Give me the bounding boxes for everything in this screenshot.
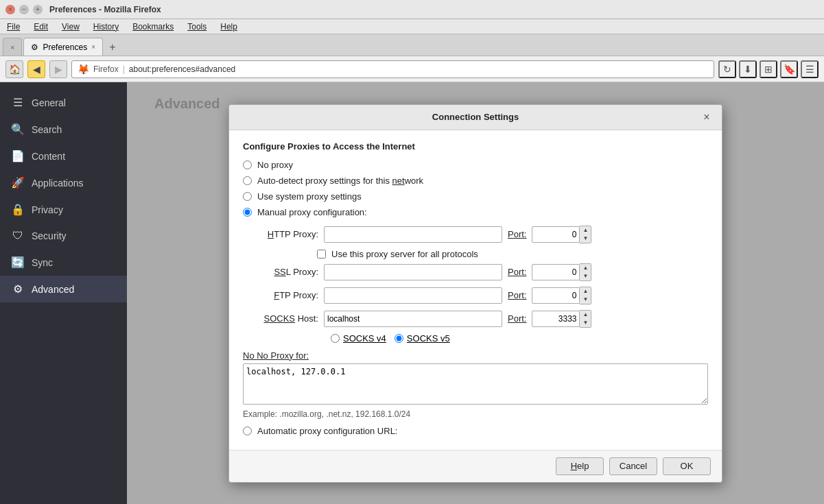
menu-history[interactable]: History (91, 21, 121, 32)
ssl-proxy-input[interactable] (324, 264, 502, 280)
sidebar-item-search[interactable]: 🔍 Search (0, 116, 127, 143)
ftp-proxy-input[interactable] (324, 287, 502, 304)
title-bar-controls: × − + (5, 5, 43, 14)
no-proxy-radio[interactable] (243, 160, 252, 169)
pocket-button[interactable]: 🔖 (780, 60, 798, 78)
sidebar-item-security[interactable]: 🛡 Security (0, 223, 127, 249)
close-window-button[interactable]: × (5, 5, 15, 14)
privacy-icon: 🔒 (11, 203, 25, 216)
dialog-body: Configure Proxies to Access the Internet… (229, 130, 722, 450)
no-proxy-textarea[interactable]: localhost, 127.0.0.1 (243, 363, 708, 405)
tab-blank[interactable]: × (3, 38, 22, 56)
system-proxy-option[interactable]: Use system proxy settings (243, 191, 708, 202)
home-button[interactable]: 🏠 (5, 60, 23, 78)
socks-port-input[interactable] (532, 311, 580, 327)
ssl-port-up[interactable]: ▲ (580, 264, 591, 272)
socks-port-down[interactable]: ▼ (580, 319, 591, 327)
forward-button[interactable]: ▶ (49, 60, 67, 78)
http-port-down[interactable]: ▼ (580, 235, 591, 243)
menu-help[interactable]: Help (217, 21, 240, 32)
no-proxy-example: Example: .mozilla.org, .net.nz, 192.168.… (243, 409, 708, 419)
auto-detect-option[interactable]: Auto-detect proxy settings for this netw… (243, 176, 708, 186)
dialog-footer: Help Cancel OK (229, 450, 722, 482)
http-port-input[interactable] (532, 226, 580, 243)
sidebar-item-general[interactable]: ☰ General (0, 89, 127, 116)
maximize-window-button[interactable]: + (33, 5, 43, 14)
use-for-all-checkbox[interactable] (317, 250, 326, 259)
tab-blank-close[interactable]: × (10, 43, 14, 51)
cancel-button[interactable]: Cancel (609, 457, 657, 475)
socks-v4-option[interactable]: SOCKS v4 (331, 333, 386, 344)
use-for-all-label: Use this proxy server for all protocols (331, 249, 478, 259)
sidebar-item-security-label: Security (32, 230, 67, 241)
menu-file[interactable]: File (4, 21, 23, 32)
ssl-port-label: Port: (508, 267, 526, 277)
connection-settings-dialog: Connection Settings × Configure Proxies … (228, 104, 722, 483)
url-bar[interactable]: 🦊 Firefox | about:preferences#advanced (71, 60, 714, 78)
tab-preferences[interactable]: ⚙ Preferences × (23, 38, 103, 56)
minimize-window-button[interactable]: − (19, 5, 29, 14)
download-button[interactable]: ⬇ (739, 60, 757, 78)
menu-bookmarks[interactable]: Bookmarks (130, 21, 176, 32)
ftp-port-up[interactable]: ▲ (580, 287, 591, 296)
sync-icon: 🔄 (11, 256, 25, 269)
ssl-port-down[interactable]: ▼ (580, 272, 591, 280)
help-button[interactable]: Help (556, 457, 604, 475)
tab-preferences-close[interactable]: × (91, 43, 95, 51)
menu-tools[interactable]: Tools (185, 21, 209, 32)
ftp-port-input[interactable] (532, 287, 580, 304)
back-button[interactable]: ◀ (27, 60, 45, 78)
no-proxy-option[interactable]: No proxy (243, 160, 708, 170)
ok-button[interactable]: OK (663, 457, 711, 475)
sidebar-toggle-button[interactable]: ⊞ (760, 60, 777, 78)
page-background: Advanced Connection Settings × Configure… (127, 82, 824, 504)
ssl-port-input[interactable] (532, 264, 580, 280)
socks-port-spin: ▲ ▼ (532, 310, 591, 328)
manual-proxy-option[interactable]: Manual proxy configuration: (243, 207, 708, 217)
menu-view[interactable]: View (59, 21, 82, 32)
no-proxy-for-label: No No Proxy for: (243, 350, 708, 361)
no-proxy-label: No proxy (257, 160, 293, 170)
sidebar-item-advanced-label: Advanced (32, 284, 74, 295)
sidebar: ☰ General 🔍 Search 📄 Content 🚀 Applicati… (0, 82, 127, 504)
auto-detect-radio[interactable] (243, 176, 252, 185)
auto-proxy-config-label: Automatic proxy configuration URL: (257, 426, 397, 436)
sidebar-item-advanced[interactable]: ⚙ Advanced (0, 276, 127, 302)
sidebar-item-search-label: Search (32, 124, 62, 135)
socks-v5-option[interactable]: SOCKS v5 (395, 333, 450, 344)
auto-proxy-option[interactable]: Automatic proxy configuration URL: (243, 426, 397, 436)
tab-preferences-label: Preferences (43, 43, 87, 52)
http-port-up[interactable]: ▲ (580, 226, 591, 235)
no-proxy-section: No No Proxy for: localhost, 127.0.0.1 Ex… (243, 350, 708, 419)
dialog-section-title: Configure Proxies to Access the Internet (243, 141, 708, 152)
socks-host-input[interactable] (324, 311, 502, 327)
reload-button[interactable]: ↻ (718, 60, 736, 78)
general-icon: ☰ (11, 96, 25, 109)
http-proxy-row: HTTP Proxy: Port: ▲ ▼ (257, 226, 708, 243)
socks-version-row: SOCKS v4 SOCKS v5 (331, 333, 708, 344)
socks-v5-label: SOCKS v5 (407, 333, 450, 344)
manual-proxy-radio[interactable] (243, 208, 252, 217)
help-label-rest: elp (577, 461, 589, 471)
menu-button[interactable]: ☰ (801, 60, 819, 78)
auto-proxy-radio[interactable] (243, 427, 252, 435)
socks-port-label: Port: (508, 313, 526, 324)
applications-icon: 🚀 (11, 176, 25, 189)
sidebar-item-content[interactable]: 📄 Content (0, 143, 127, 169)
dialog-close-button[interactable]: × (700, 110, 714, 124)
socks-v4-radio[interactable] (331, 334, 340, 343)
new-tab-button[interactable]: + (104, 39, 121, 56)
help-underline: H (571, 461, 577, 471)
sidebar-item-sync[interactable]: 🔄 Sync (0, 249, 127, 276)
system-proxy-radio[interactable] (243, 192, 252, 201)
sidebar-item-applications[interactable]: 🚀 Applications (0, 169, 127, 196)
sidebar-item-privacy[interactable]: 🔒 Privacy (0, 196, 127, 223)
socks-port-up[interactable]: ▲ (580, 311, 591, 319)
socks-v5-radio[interactable] (395, 334, 403, 343)
http-proxy-input[interactable] (324, 226, 502, 243)
ftp-port-down[interactable]: ▼ (580, 296, 591, 304)
menu-edit[interactable]: Edit (31, 21, 51, 32)
modal-overlay: Connection Settings × Configure Proxies … (127, 82, 824, 504)
proxy-radio-group: No proxy Auto-detect proxy settings for … (243, 160, 708, 217)
url-text: about:preferences#advanced (129, 64, 235, 74)
